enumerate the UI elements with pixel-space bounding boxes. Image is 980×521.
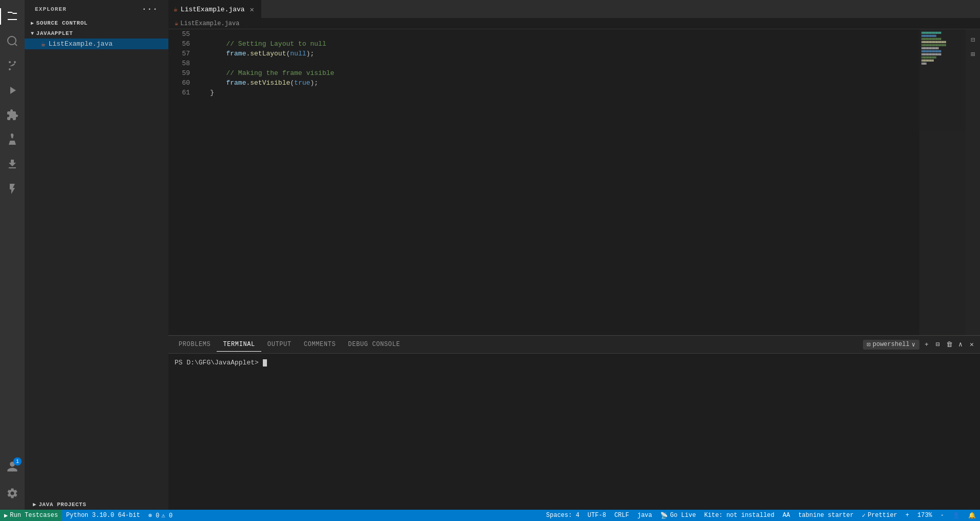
run-testcases-button[interactable]: ▶ Run Testcases	[0, 510, 62, 521]
new-terminal-button[interactable]: +	[923, 340, 931, 349]
run-label: Run Testcases	[10, 512, 58, 519]
maximize-panel-button[interactable]: ∧	[956, 340, 965, 349]
file-label: ListExample.java	[48, 40, 112, 48]
line-ending-label: CRLF	[614, 512, 629, 519]
account-badge: 1	[13, 457, 22, 466]
javaapplet-chevron: ▼	[31, 31, 34, 36]
tab-problems[interactable]: PROBLEMS	[172, 338, 217, 351]
explorer-header: EXPLORER ···	[25, 0, 168, 18]
encoding-item[interactable]: UTF-8	[584, 510, 610, 521]
kite-label: Kite: not installed	[704, 512, 775, 519]
minimap-visual: ████████████████ ████████████ ██████████…	[919, 29, 966, 335]
activity-bar: 1	[0, 0, 25, 510]
tab-bar: ☕ ListExample.java ✕	[168, 0, 980, 18]
python-label: Python 3.10.0 64-bit	[66, 512, 140, 519]
account-icon[interactable]: 1	[0, 454, 25, 479]
golive-label: Go Live	[670, 512, 696, 519]
source-control-icon[interactable]	[0, 53, 25, 78]
kite-item[interactable]: Kite: not installed	[700, 510, 779, 521]
warnings-label: ⚠ 0	[162, 512, 173, 519]
javaapplet-section[interactable]: ▼ JAVAAPPLET	[25, 28, 168, 38]
prettier-item[interactable]: ✓ Prettier	[858, 510, 901, 521]
account-status-item[interactable]: 👤	[948, 510, 964, 521]
python-version-item[interactable]: Python 3.10.0 64-bit	[62, 510, 144, 521]
java-file-icon: ☕	[41, 40, 45, 48]
prettier-label: Prettier	[868, 512, 897, 519]
tab-comments[interactable]: COMMENTS	[298, 338, 342, 351]
code-line-57: frame.setLayout(null);	[194, 49, 919, 59]
spaces-label: Spaces: 4	[546, 512, 580, 519]
zoom-plus-item[interactable]: +	[901, 510, 913, 521]
powershell-icon: ⊡	[867, 341, 871, 349]
minimap: ████████████████ ████████████ ██████████…	[919, 29, 966, 335]
sidebar: EXPLORER ··· ▶ SOURCE CONTROL ▼ JAVAAPPL…	[25, 0, 168, 510]
test-icon[interactable]	[0, 127, 25, 152]
line-numbers: 55 56 57 58 59 60 61	[168, 29, 194, 335]
language-label: java	[637, 512, 652, 519]
delete-terminal-button[interactable]: 🗑	[945, 340, 953, 349]
terminal-prompt: PS D:\GFG\JavaApplet>	[175, 359, 263, 366]
zoom-level-item[interactable]: 173%	[913, 510, 936, 521]
golive-item[interactable]: 📡 Go Live	[656, 510, 700, 521]
java-projects-section[interactable]: ▶ JAVA PROJECTS	[25, 499, 168, 510]
language-item[interactable]: java	[633, 510, 656, 521]
tab-java-icon: ☕	[174, 5, 178, 13]
extensions-icon[interactable]	[0, 103, 25, 127]
tab-close-button[interactable]: ✕	[248, 5, 256, 13]
tab-debug-console[interactable]: DEBUG CONSOLE	[342, 338, 406, 351]
status-bar: ▶ Run Testcases Python 3.10.0 64-bit ⊗ 0…	[0, 510, 980, 521]
settings-icon[interactable]	[0, 481, 25, 506]
shell-label: powershell	[873, 341, 910, 348]
terminal-line: PS D:\GFG\JavaApplet>	[175, 358, 974, 368]
golive-icon: 📡	[660, 512, 668, 519]
errors-label: ⊗ 0	[148, 512, 160, 519]
aa-label: AA	[783, 512, 790, 519]
code-container: 55 56 57 58 59 60 61 // Setting Layout t…	[168, 29, 919, 335]
panel-actions: ⊡ powershell ∨ + ⊟ 🗑 ∧ ✕	[863, 340, 976, 350]
content-area: ☕ ListExample.java ✕ ☕ ListExample.java …	[168, 0, 980, 510]
status-right: Spaces: 4 UTF-8 CRLF java 📡 Go Live Kite…	[542, 510, 980, 521]
shell-chevron-icon: ∨	[912, 341, 915, 349]
account-status-icon: 👤	[952, 512, 960, 519]
search-icon[interactable]	[0, 29, 25, 53]
zoom-minus-item[interactable]: -	[936, 510, 948, 521]
javaapplet-label: JAVAAPPLET	[36, 30, 73, 36]
java-projects-label: JAVA PROJECTS	[39, 501, 86, 508]
sidebar-more-button[interactable]: ···	[142, 5, 158, 14]
zoom-label: 173%	[917, 512, 932, 519]
source-control-section[interactable]: ▶ SOURCE CONTROL	[25, 18, 168, 28]
source-control-label: SOURCE CONTROL	[36, 20, 88, 26]
shell-selector[interactable]: ⊡ powershell ∨	[863, 340, 919, 350]
metrics-icon[interactable]	[0, 152, 25, 177]
errors-warnings-item[interactable]: ⊗ 0 ⚠ 0	[144, 510, 177, 521]
run-debug-icon[interactable]	[0, 78, 25, 103]
tabnine-item[interactable]: tabnine starter	[794, 510, 858, 521]
tab-listexample[interactable]: ☕ ListExample.java ✕	[168, 0, 261, 18]
tab-terminal[interactable]: TERMINAL	[217, 338, 261, 352]
lightning-icon[interactable]	[0, 177, 25, 201]
breadcrumb-java-icon: ☕	[175, 20, 178, 27]
terminal-cursor	[263, 359, 267, 366]
aa-item[interactable]: AA	[779, 510, 794, 521]
breadcrumb-filename: ListExample.java	[180, 20, 239, 27]
encoding-label: UTF-8	[588, 512, 606, 519]
code-line-60: frame.setVisible(true);	[194, 78, 919, 88]
explorer-icon[interactable]	[0, 4, 25, 29]
right-icon-panel[interactable]: ⊞	[967, 48, 979, 60]
notifications-item[interactable]: 🔔	[964, 510, 980, 521]
editor-area: 55 56 57 58 59 60 61 // Setting Layout t…	[168, 29, 980, 335]
terminal-content[interactable]: PS D:\GFG\JavaApplet>	[168, 354, 980, 510]
editor-main[interactable]: 55 56 57 58 59 60 61 // Setting Layout t…	[168, 29, 919, 335]
svg-point-0	[8, 36, 16, 45]
panel-tabs: PROBLEMS TERMINAL OUTPUT COMMENTS DEBUG …	[168, 336, 980, 354]
split-terminal-button[interactable]: ⊟	[934, 340, 942, 349]
java-projects-chevron: ▶	[33, 501, 36, 508]
tab-output[interactable]: OUTPUT	[261, 338, 298, 351]
right-icon-terminal[interactable]: ⊟	[967, 33, 979, 46]
file-listexample[interactable]: ☕ ListExample.java	[25, 38, 168, 49]
line-ending-item[interactable]: CRLF	[610, 510, 633, 521]
close-panel-button[interactable]: ✕	[968, 340, 976, 349]
spaces-item[interactable]: Spaces: 4	[542, 510, 584, 521]
run-icon: ▶	[4, 512, 8, 519]
code-lines: // Setting Layout to null frame.setLayou…	[194, 29, 919, 335]
